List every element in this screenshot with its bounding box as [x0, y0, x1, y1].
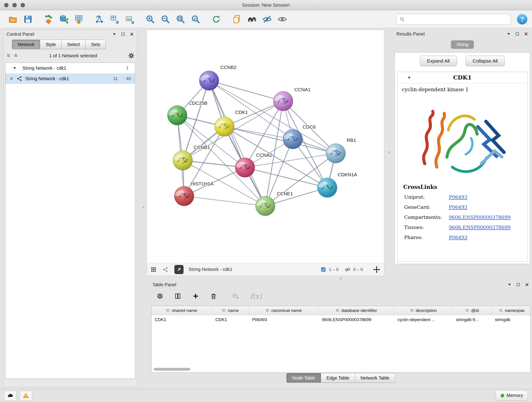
- network-options-gear-icon[interactable]: [128, 52, 134, 59]
- new-network-button[interactable]: [94, 13, 105, 25]
- close-panel-button[interactable]: [129, 32, 134, 36]
- memory-button[interactable]: Memory: [496, 390, 528, 401]
- delete-column-icon[interactable]: [210, 293, 217, 300]
- network-node-HIST1H1A[interactable]: [174, 186, 194, 206]
- share-network-button[interactable]: [162, 267, 168, 273]
- network-node-CCNA2[interactable]: [235, 158, 255, 177]
- network-node-CCNB1[interactable]: [173, 151, 193, 170]
- grid-view-button[interactable]: [151, 267, 157, 273]
- network-edge-CCNB2-RB1[interactable]: [209, 81, 336, 153]
- network-node-CDC25B[interactable]: [167, 105, 187, 125]
- column-options-icon[interactable]: [336, 308, 340, 313]
- network-node-CCNA1[interactable]: [273, 91, 293, 111]
- zoom-selected-button[interactable]: [190, 13, 202, 25]
- column-options-icon[interactable]: [266, 308, 269, 313]
- cell-name[interactable]: CDK1: [212, 315, 249, 324]
- table-settings-gear-icon[interactable]: [157, 293, 163, 300]
- panel-menu-icon[interactable]: [506, 32, 511, 36]
- network-from-table-button[interactable]: [109, 13, 120, 25]
- column-header-id[interactable]: @id: [453, 306, 492, 315]
- tab-sets[interactable]: Sets: [85, 40, 106, 49]
- network-node-RB1[interactable]: [326, 143, 346, 163]
- expand-all-button[interactable]: Expand All: [420, 56, 457, 66]
- card-expander-icon[interactable]: [407, 75, 412, 80]
- network-node-CCNE1[interactable]: [255, 196, 275, 216]
- tree-expander-icon[interactable]: [12, 66, 17, 70]
- save-session-button[interactable]: [22, 13, 34, 25]
- hide-button[interactable]: [261, 13, 273, 25]
- collapse-all-button[interactable]: Collapse All: [466, 56, 505, 66]
- zoom-fit-button[interactable]: [175, 13, 186, 25]
- network-node-CCNB2[interactable]: [199, 71, 219, 90]
- redraw-button[interactable]: [210, 13, 222, 25]
- home-button[interactable]: [246, 13, 258, 25]
- crosslink-link-compartments[interactable]: 9606.ENSP00000378699: [449, 215, 510, 220]
- network-canvas[interactable]: CCNB2CCNA1CDC25BCDK1CDC6RB1CCNB1CCNA2CDK…: [147, 30, 384, 263]
- network-edge-CCNB2-CCNA1[interactable]: [209, 81, 283, 101]
- warnings-button[interactable]: [20, 391, 32, 400]
- tab-string-badge[interactable]: String: [451, 40, 474, 49]
- horizontal-scrollbar[interactable]: [154, 368, 190, 370]
- network-collection-row[interactable]: String Network - cdk1 1: [6, 63, 135, 73]
- tab-node-table[interactable]: Node Table: [286, 373, 321, 383]
- show-button[interactable]: [276, 13, 288, 25]
- open-in-new-window-button[interactable]: [174, 265, 184, 274]
- pan-mode-button[interactable]: [373, 266, 380, 273]
- column-header-name[interactable]: name: [212, 306, 249, 315]
- tab-style[interactable]: Style: [40, 40, 61, 49]
- network-node-CDK1[interactable]: [215, 117, 234, 136]
- cell-canonical-name[interactable]: P06493: [249, 315, 319, 324]
- column-header-canonical-name[interactable]: canonical name: [249, 306, 319, 315]
- show-columns-icon[interactable]: [174, 293, 181, 300]
- window-zoom-button[interactable]: [21, 3, 25, 7]
- network-node-CDC6[interactable]: [283, 129, 303, 149]
- network-row-selected[interactable]: String Network - cdk1 11 48: [6, 73, 135, 84]
- protein-card-header[interactable]: CDK1: [397, 72, 527, 83]
- column-options-icon[interactable]: [465, 308, 469, 313]
- cell-id[interactable]: stringdb:9...: [453, 315, 492, 324]
- window-minimize-button[interactable]: [12, 3, 17, 7]
- window-close-button[interactable]: [4, 3, 8, 7]
- splitter-handle[interactable]: [388, 151, 390, 153]
- tab-edge-table[interactable]: Edge Table: [321, 373, 355, 383]
- column-options-icon[interactable]: [166, 308, 170, 313]
- selected-checkbox-icon[interactable]: [321, 267, 326, 272]
- import-network-database-button[interactable]: [58, 13, 70, 25]
- export-image-button[interactable]: [124, 13, 136, 25]
- import-network-file-button[interactable]: [43, 13, 55, 25]
- close-panel-button[interactable]: [524, 32, 528, 36]
- float-panel-button[interactable]: [516, 282, 520, 287]
- float-panel-button[interactable]: [515, 32, 520, 36]
- expand-all-icon[interactable]: [13, 53, 18, 58]
- collapse-all-icon[interactable]: [6, 53, 11, 58]
- tab-select[interactable]: Select: [62, 40, 86, 49]
- network-node-CDKN1A[interactable]: [317, 178, 337, 198]
- cell-shared-name[interactable]: CDK1: [152, 315, 212, 324]
- column-options-icon[interactable]: [410, 308, 414, 313]
- column-header-database-identifier[interactable]: database identifier: [319, 306, 394, 315]
- crosslink-link-tissues[interactable]: 9606.ENSP00000378699: [449, 225, 510, 230]
- tab-network[interactable]: Network: [12, 40, 40, 49]
- splitter-handle[interactable]: [340, 278, 342, 280]
- crosslink-link-genecard[interactable]: P06493: [449, 204, 467, 210]
- add-column-icon[interactable]: [192, 293, 199, 300]
- panel-menu-icon[interactable]: [507, 282, 512, 287]
- float-panel-button[interactable]: [121, 32, 125, 36]
- table-row[interactable]: CDK1CDK1P064939606.ENSP00000378699cyclin…: [152, 315, 530, 324]
- column-options-icon[interactable]: [499, 308, 503, 313]
- cell-database-identifier[interactable]: 9606.ENSP00000378699: [319, 315, 394, 324]
- search-input[interactable]: [407, 17, 508, 22]
- open-session-button[interactable]: [7, 13, 19, 25]
- help-button[interactable]: ?: [517, 14, 527, 25]
- column-header-shared-name[interactable]: shared name: [152, 306, 212, 315]
- column-options-icon[interactable]: [222, 308, 226, 313]
- network-edge-CCNB2-CCNE1[interactable]: [209, 81, 265, 206]
- crosslink-link-uniprot[interactable]: P06493: [449, 194, 467, 200]
- close-panel-button[interactable]: [525, 282, 529, 287]
- zoom-in-button[interactable]: [144, 13, 156, 25]
- column-header-namespac[interactable]: namespac: [492, 306, 531, 315]
- cell-namespac[interactable]: stringdb: [492, 315, 531, 324]
- cloud-button[interactable]: [4, 391, 17, 400]
- crosslink-link-pharos[interactable]: P06493: [449, 235, 467, 240]
- import-table-button[interactable]: [73, 13, 85, 25]
